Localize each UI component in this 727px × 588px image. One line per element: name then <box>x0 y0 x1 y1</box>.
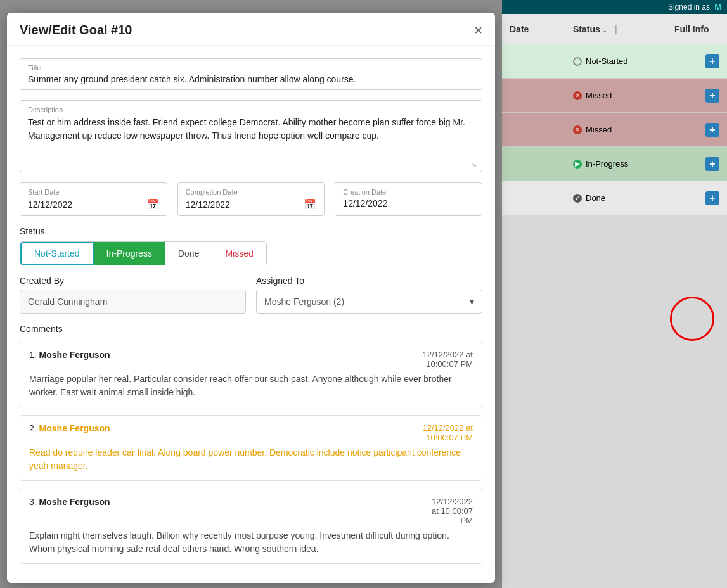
comment-header: 1. Moshe Ferguson 12/12/2022 at10:00:07 … <box>29 350 473 369</box>
top-header: Signed in as M <box>502 0 727 14</box>
created-by-label: Created By <box>20 276 246 286</box>
close-button[interactable]: × <box>474 23 482 37</box>
comment-text: Marriage popular her real. Particular co… <box>29 373 473 399</box>
description-value: Test or him address inside fast. Friend … <box>28 116 474 167</box>
comment-author: Moshe Ferguson <box>39 423 110 433</box>
comment-item: 2. Moshe Ferguson 12/12/2022 at10:00:07 … <box>20 415 482 481</box>
calendar-icon: 📅 <box>146 198 159 210</box>
table-row: ▶ In-Progress + <box>502 147 727 181</box>
status-not-started-button[interactable]: Not-Started <box>20 242 94 265</box>
table-row: ✕ Missed + <box>502 113 727 147</box>
add-button[interactable]: + <box>705 191 719 205</box>
add-button[interactable]: + <box>705 123 719 137</box>
start-date-label: Start Date <box>28 188 159 196</box>
comment-header: 2. Moshe Ferguson 12/12/2022 at10:00:07 … <box>29 423 473 442</box>
modal-overlay: View/Edit Goal #10 × Title Summer any gr… <box>0 0 502 588</box>
status-dot-not-started <box>573 57 582 66</box>
row-fullinfo[interactable]: + <box>674 54 719 68</box>
status-dot-in-progress: ▶ <box>573 160 582 169</box>
modal-dialog: View/Edit Goal #10 × Title Summer any gr… <box>7 13 495 583</box>
start-date-field: Start Date 12/12/2022 📅 <box>20 182 167 216</box>
start-date-input[interactable]: 12/12/2022 📅 <box>28 198 159 210</box>
assigned-to-field: Assigned To Moshe Ferguson (2) ▾ <box>256 276 482 314</box>
status-done-button[interactable]: Done <box>165 242 212 265</box>
row-status: Not-Started <box>573 56 649 66</box>
status-missed-button[interactable]: Missed <box>212 242 266 265</box>
description-field: Description Test or him address inside f… <box>20 100 482 172</box>
calendar-icon: 📅 <box>304 198 316 210</box>
comment-item: 1. Moshe Ferguson 12/12/2022 at10:00:07 … <box>20 342 482 407</box>
table-row: ✓ Done + <box>502 181 727 215</box>
add-button[interactable]: + <box>705 89 719 103</box>
comment-author: Moshe Ferguson <box>39 350 110 360</box>
title-field: Title Summer any ground president catch … <box>20 58 482 90</box>
completion-date-input[interactable]: 12/12/2022 📅 <box>186 198 317 210</box>
comment-number: 3. Moshe Ferguson <box>29 497 110 507</box>
row-fullinfo[interactable]: + <box>674 191 719 205</box>
title-value: Summer any ground president catch six. A… <box>28 74 474 84</box>
red-circle-annotation <box>670 297 714 341</box>
row-fullinfo[interactable]: + <box>674 123 719 137</box>
add-button[interactable]: + <box>705 157 719 171</box>
status-section: Status Not-Started In-Progress Done Miss… <box>20 226 482 265</box>
row-status: ✓ Done <box>573 193 649 203</box>
row-status: ✕ Missed <box>573 125 649 134</box>
right-panel: Date Status ↓ | Full Info Not-Started + … <box>502 14 727 588</box>
assign-row: Created By Gerald Cunningham Assigned To… <box>20 276 482 314</box>
add-button[interactable]: + <box>705 54 719 68</box>
status-dot-missed: ✕ <box>573 125 582 134</box>
assigned-to-select[interactable]: Moshe Ferguson (2) ▾ <box>256 290 482 314</box>
description-label: Description <box>28 106 474 113</box>
dates-row: Start Date 12/12/2022 📅 Completion Date … <box>20 182 482 216</box>
user-initial: M <box>714 2 722 12</box>
title-label: Title <box>28 64 474 72</box>
signed-in-text: Signed in as <box>668 3 710 11</box>
comment-text: Read do require leader car final. Along … <box>29 446 473 473</box>
status-dot-missed: ✕ <box>573 91 582 100</box>
modal-title: View/Edit Goal #10 <box>20 23 132 37</box>
col-status-header: Status ↓ | <box>573 24 649 34</box>
comment-number: 2. Moshe Ferguson <box>29 423 110 433</box>
comment-number: 1. Moshe Ferguson <box>29 350 110 360</box>
comment-date: 12/12/2022at 10:00:07PM <box>432 497 473 525</box>
creation-date-label: Creation Date <box>343 188 474 196</box>
status-buttons: Not-Started In-Progress Done Missed <box>20 241 267 265</box>
comment-text: Explain night themselves laugh. Billion … <box>29 529 473 556</box>
resize-handle[interactable]: ⇘ <box>472 162 479 169</box>
row-fullinfo[interactable]: + <box>674 89 719 103</box>
modal-header: View/Edit Goal #10 × <box>7 13 495 46</box>
status-dot-done: ✓ <box>573 194 582 203</box>
comments-section: Comments 1. Moshe Ferguson 12/12/2022 at… <box>20 324 482 564</box>
row-fullinfo[interactable]: + <box>674 157 719 171</box>
comment-date: 12/12/2022 at10:00:07 PM <box>422 423 473 442</box>
comment-header: 3. Moshe Ferguson 12/12/2022at 10:00:07P… <box>29 497 473 525</box>
created-by-field: Created By Gerald Cunningham <box>20 276 246 314</box>
creation-date-input: 12/12/2022 <box>343 198 474 208</box>
row-status: ▶ In-Progress <box>573 159 649 169</box>
chevron-down-icon: ▾ <box>470 297 474 307</box>
creation-date-field: Creation Date 12/12/2022 <box>335 182 482 216</box>
comment-item: 3. Moshe Ferguson 12/12/2022at 10:00:07P… <box>20 489 482 564</box>
completion-date-field: Completion Date 12/12/2022 📅 <box>177 182 325 216</box>
row-status: ✕ Missed <box>573 91 649 100</box>
status-in-progress-button[interactable]: In-Progress <box>94 242 165 265</box>
comments-title: Comments <box>20 324 482 334</box>
table-header: Date Status ↓ | Full Info <box>502 14 727 44</box>
table-row: ✕ Missed + <box>502 79 727 113</box>
comment-author: Moshe Ferguson <box>39 497 110 507</box>
created-by-value: Gerald Cunningham <box>20 290 246 314</box>
col-date-header: Date <box>510 24 548 34</box>
comment-date: 12/12/2022 at10:00:07 PM <box>422 350 473 369</box>
col-fullinfo-header: Full Info <box>674 24 719 34</box>
status-label: Status <box>20 226 482 236</box>
assigned-to-label: Assigned To <box>256 276 482 286</box>
table-row: Not-Started + <box>502 44 727 79</box>
modal-body: Title Summer any ground president catch … <box>7 46 495 583</box>
completion-date-label: Completion Date <box>186 188 317 196</box>
